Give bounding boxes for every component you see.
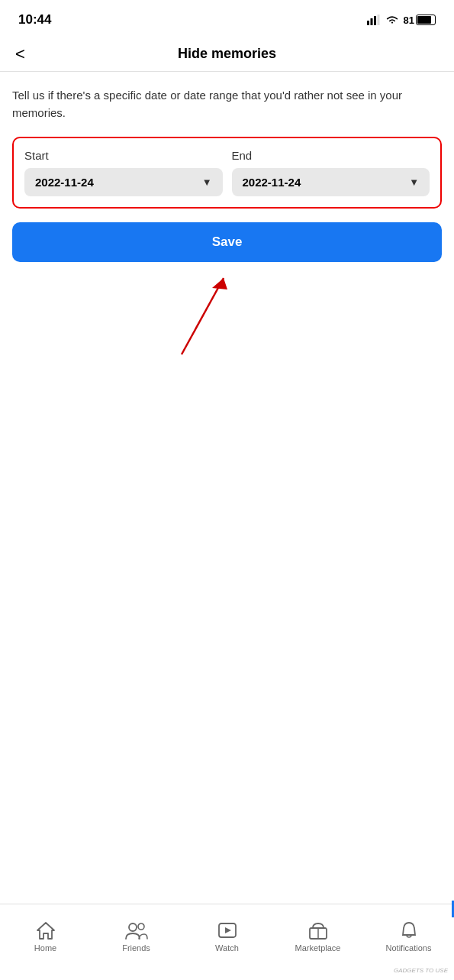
friends-icon	[124, 920, 149, 940]
nav-friends[interactable]: Friends	[91, 920, 182, 953]
svg-point-6	[129, 923, 137, 931]
svg-rect-0	[367, 21, 369, 25]
marketplace-icon	[307, 920, 329, 940]
end-date-value: 2022-11-24	[243, 176, 301, 189]
start-date-col: Start 2022-11-24 ▼	[24, 149, 223, 196]
date-range-box: Start 2022-11-24 ▼ End 2022-11-24 ▼	[12, 137, 442, 209]
start-chevron-icon: ▼	[202, 176, 212, 188]
status-bar: 10:44 81	[0, 0, 454, 37]
nav-watch[interactable]: Watch	[182, 920, 272, 953]
signal-icon	[367, 15, 381, 25]
battery-level: 81	[404, 15, 414, 26]
svg-marker-9	[225, 927, 231, 933]
end-date-selector[interactable]: 2022-11-24 ▼	[232, 168, 430, 196]
nav-friends-label: Friends	[122, 943, 150, 953]
save-button[interactable]: Save	[12, 222, 442, 262]
svg-rect-2	[374, 16, 376, 25]
start-date-value: 2022-11-24	[35, 176, 94, 189]
end-chevron-icon: ▼	[409, 176, 419, 188]
description-text: Tell us if there's a specific date or da…	[12, 87, 442, 121]
main-content: Tell us if there's a specific date or da…	[0, 72, 454, 374]
nav-marketplace-label: Marketplace	[295, 943, 341, 953]
battery-indicator: 81	[404, 15, 436, 26]
home-icon	[35, 920, 56, 940]
status-icons: 81	[367, 15, 436, 26]
wifi-icon	[385, 15, 399, 25]
end-label: End	[232, 149, 430, 162]
arrow-svg	[151, 267, 273, 358]
battery-box	[416, 15, 436, 25]
watch-icon	[217, 920, 238, 940]
page-title: Hide memories	[178, 46, 276, 62]
nav-home[interactable]: Home	[0, 920, 91, 953]
nav-marketplace[interactable]: Marketplace	[272, 920, 363, 953]
status-time: 10:44	[18, 12, 51, 27]
notifications-icon	[398, 920, 420, 940]
battery-fill	[417, 16, 431, 24]
back-button[interactable]: <	[15, 44, 25, 64]
nav-home-label: Home	[34, 943, 56, 953]
start-date-selector[interactable]: 2022-11-24 ▼	[24, 168, 223, 196]
start-label: Start	[24, 149, 223, 162]
nav-notifications[interactable]: Notifications	[363, 920, 454, 953]
svg-marker-5	[212, 278, 227, 289]
nav-notifications-label: Notifications	[386, 943, 432, 953]
bottom-nav: Home Friends Watch Marketplace Notificat…	[0, 904, 454, 980]
svg-rect-1	[370, 18, 372, 25]
svg-line-4	[182, 278, 224, 354]
annotation-arrow	[12, 267, 442, 358]
page-header: < Hide memories	[0, 37, 454, 72]
nav-watch-label: Watch	[215, 943, 239, 953]
svg-point-7	[138, 923, 144, 930]
watermark: GADGETS TO USE	[394, 967, 448, 974]
end-date-col: End 2022-11-24 ▼	[232, 149, 430, 196]
svg-rect-3	[377, 15, 379, 25]
